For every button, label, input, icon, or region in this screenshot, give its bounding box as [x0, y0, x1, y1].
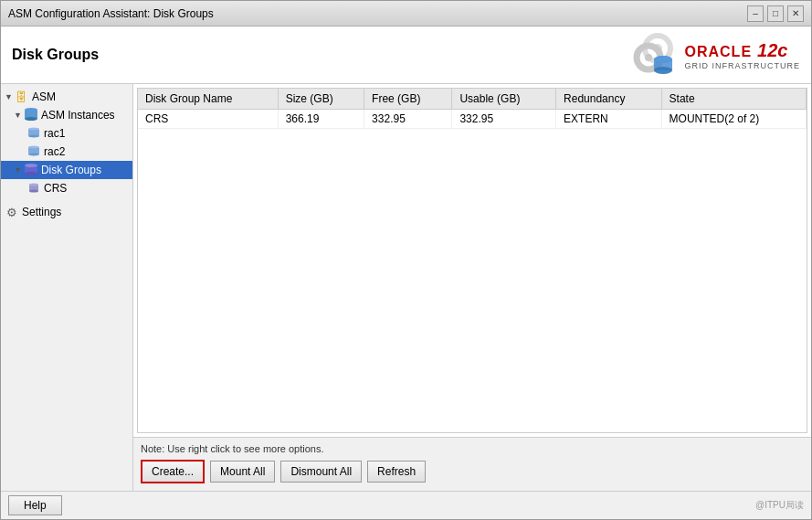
sidebar-item-asm[interactable]: ▼ 🗄 ASM	[1, 88, 132, 106]
rac2-label: rac2	[44, 145, 65, 158]
svg-point-3	[645, 54, 652, 61]
crs-label: CRS	[44, 182, 67, 195]
rac2-icon	[26, 144, 41, 159]
watermark: @ITPU局读	[755, 499, 804, 512]
table-cell: 366.19	[278, 110, 364, 129]
page-header: Disk Groups	[1, 27, 811, 84]
table-cell: MOUNTED(2 of 2)	[661, 110, 806, 129]
page-title: Disk Groups	[12, 47, 99, 63]
settings-icon: ⚙	[5, 205, 19, 219]
col-header-size: Size (GB)	[278, 89, 364, 110]
window-title: ASM Configuration Assistant: Disk Groups	[8, 7, 214, 20]
col-header-state: State	[661, 89, 806, 110]
oracle-text: ORACLE 12c GRID INFRASTRUCTURE	[685, 40, 801, 70]
svg-rect-6	[635, 56, 639, 59]
settings-label: Settings	[22, 206, 61, 218]
dismount-all-button[interactable]: Dismount All	[280, 461, 362, 483]
note-text: Note: Use right click to see more option…	[141, 443, 804, 454]
col-header-usable: Usable (GB)	[452, 89, 556, 110]
main-window: ASM Configuration Assistant: Disk Groups…	[0, 0, 812, 520]
sidebar-item-rac2[interactable]: rac2	[1, 143, 132, 161]
main-content: ▼ 🗄 ASM ▼ ASM Instances	[1, 84, 811, 491]
expand-arrow-diskgroups: ▼	[14, 165, 22, 175]
sidebar-item-crs[interactable]: CRS	[1, 179, 132, 197]
help-button[interactable]: Help	[8, 495, 62, 515]
oracle-gear-icon	[623, 32, 678, 78]
footer: Help @ITPU局读	[1, 491, 811, 519]
col-header-redundancy: Redundancy	[556, 89, 662, 110]
create-button[interactable]: Create...	[141, 460, 205, 483]
rac1-label: rac1	[44, 127, 65, 140]
refresh-button[interactable]: Refresh	[367, 461, 426, 483]
svg-point-30	[29, 190, 38, 193]
svg-point-21	[28, 135, 39, 138]
sidebar-item-rac1[interactable]: rac1	[1, 124, 132, 143]
svg-point-26	[25, 164, 37, 167]
table-cell: 332.95	[364, 110, 452, 129]
svg-rect-4	[647, 44, 650, 48]
oracle-version: 12c	[757, 40, 787, 61]
table-cell: 332.95	[452, 110, 556, 129]
asm-icon: 🗄	[15, 90, 29, 104]
svg-rect-5	[647, 67, 650, 71]
svg-point-14	[654, 67, 672, 74]
rac1-icon	[26, 126, 41, 141]
oracle-logo: ORACLE 12c GRID INFRASTRUCTURE	[623, 32, 801, 78]
sidebar: ▼ 🗄 ASM ▼ ASM Instances	[1, 84, 133, 491]
bottom-bar: Note: Use right click to see more option…	[133, 437, 811, 491]
svg-point-23	[28, 146, 39, 149]
svg-point-15	[654, 56, 672, 63]
disk-groups-label: Disk Groups	[41, 164, 101, 176]
table-cell: CRS	[138, 110, 278, 129]
diskgroups-icon	[24, 163, 38, 177]
asm-label: ASM	[32, 90, 56, 103]
col-header-free: Free (GB)	[364, 89, 452, 110]
asm-instances-label: ASM Instances	[41, 109, 115, 122]
expand-arrow: ▼	[5, 92, 13, 101]
table-header-row: Disk Group Name Size (GB) Free (GB) Usab…	[138, 89, 807, 110]
title-bar-controls: – □ ✕	[747, 5, 804, 22]
col-header-name: Disk Group Name	[138, 89, 278, 110]
maximize-button[interactable]: □	[767, 5, 784, 22]
disk-groups-table: Disk Group Name Size (GB) Free (GB) Usab…	[138, 89, 807, 129]
instances-icon	[24, 108, 38, 122]
svg-point-27	[25, 172, 37, 175]
title-bar: ASM Configuration Assistant: Disk Groups…	[1, 1, 811, 27]
svg-point-18	[25, 117, 37, 121]
right-panel: Disk Group Name Size (GB) Free (GB) Usab…	[133, 84, 811, 491]
sidebar-item-settings[interactable]: ⚙ Settings	[1, 203, 132, 221]
svg-point-17	[25, 108, 37, 111]
oracle-subtitle: GRID INFRASTRUCTURE	[685, 61, 801, 70]
svg-point-24	[28, 154, 39, 156]
minimize-button[interactable]: –	[747, 5, 764, 22]
oracle-brand: ORACLE	[685, 44, 753, 60]
close-button[interactable]: ✕	[787, 5, 804, 22]
svg-point-20	[28, 128, 39, 131]
crs-icon	[26, 181, 41, 196]
disk-groups-table-container: Disk Group Name Size (GB) Free (GB) Usab…	[137, 88, 807, 433]
sidebar-item-disk-groups[interactable]: ▼ Disk Groups	[1, 161, 132, 179]
table-row[interactable]: CRS366.19332.95332.95EXTERNMOUNTED(2 of …	[138, 110, 807, 129]
expand-arrow-instances: ▼	[14, 111, 22, 120]
action-buttons: Create... Mount All Dismount All Refresh	[141, 460, 804, 483]
table-cell: EXTERN	[556, 110, 662, 129]
mount-all-button[interactable]: Mount All	[210, 461, 275, 483]
sidebar-item-asm-instances[interactable]: ▼ ASM Instances	[1, 106, 132, 124]
svg-point-29	[29, 184, 38, 186]
